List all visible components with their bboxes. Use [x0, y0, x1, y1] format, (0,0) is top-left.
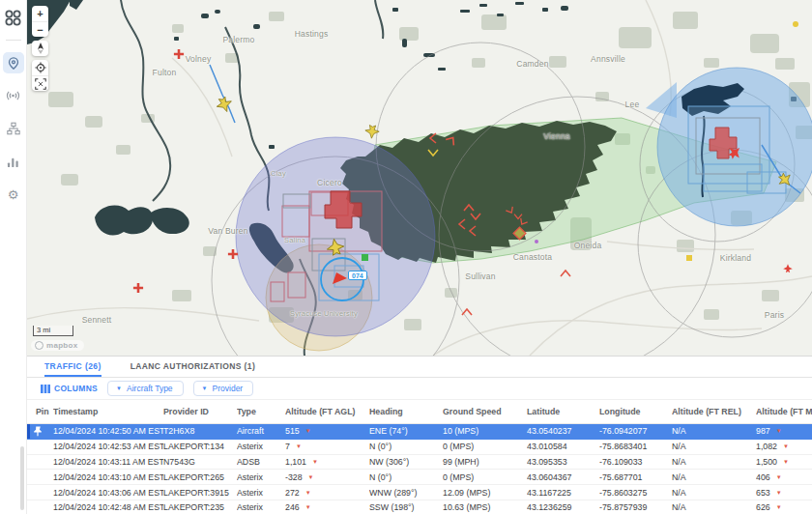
trend-down-icon: ▼	[312, 459, 318, 465]
traffic-panel: TRAFFIC (26) LAANC AUTHORIZATIONS (1) CO…	[27, 356, 812, 514]
sidebar-item-hierarchy[interactable]	[3, 118, 24, 139]
trend-down-icon: ▼	[308, 474, 314, 480]
columns-button[interactable]: COLUMNS	[41, 384, 98, 393]
column-header-provider-id[interactable]: Provider ID	[163, 407, 237, 416]
columns-icon	[41, 385, 50, 393]
column-header-ground-speed[interactable]: Ground Speed	[443, 407, 527, 416]
sidebar-item-map-pins[interactable]	[3, 52, 24, 73]
provider-id-cell: LAKEPORT:134	[163, 442, 237, 451]
sidebar-divider	[6, 40, 21, 41]
panel-tab-bar: TRAFFIC (26) LAANC AUTHORIZATIONS (1)	[27, 357, 812, 378]
timestamp-cell: 12/04/2024 10:42:53 AM EST	[53, 442, 163, 451]
zoom-out-button[interactable]: −	[32, 21, 48, 37]
type-cell: ADSB	[237, 457, 285, 467]
type-cell: Asterix	[237, 488, 285, 498]
column-header-heading[interactable]: Heading	[369, 407, 443, 416]
ground-speed-cell: 0 (MPS)	[443, 472, 527, 482]
settings-gear-icon: ⚙	[8, 187, 19, 202]
latitude-cell: 43.095353	[527, 457, 599, 467]
column-header-altitude-ft-msl[interactable]: Altitude (FT MSL)	[756, 407, 812, 416]
drone-detect-button[interactable]	[32, 75, 48, 91]
alt-msl-cell: 653▼	[756, 488, 812, 498]
track-altitude-chip[interactable]: 074	[348, 271, 367, 280]
alt-msl-cell: 626▼	[756, 502, 812, 512]
apps-logo-icon[interactable]	[5, 10, 21, 30]
trend-down-icon: ▼	[305, 490, 311, 496]
latitude-cell: 43.1167225	[527, 488, 599, 498]
column-header-longitude[interactable]: Longitude	[599, 407, 672, 416]
longitude-cell: -75.8757939	[599, 502, 672, 512]
sitemap-icon	[7, 122, 20, 135]
aircraft-type-filter[interactable]: ▼ Aircraft Type	[107, 381, 184, 396]
table-scrollbar[interactable]	[20, 446, 24, 510]
column-header-altitude-ft-agl[interactable]: Altitude (FT AGL)	[285, 407, 369, 416]
compass-button[interactable]	[32, 41, 48, 56]
traffic-monitoring-app: ⚙	[0, 0, 812, 514]
sidebar-item-analytics[interactable]	[3, 151, 24, 172]
mapbox-logo-icon	[35, 341, 44, 350]
latitude-cell: 43.010584	[527, 442, 599, 451]
pin-icon	[34, 426, 43, 437]
map-scale-bar: 3 mi	[33, 326, 73, 336]
column-header-latitude[interactable]: Latitude	[527, 407, 599, 416]
alt-agl-cell: 246▼	[285, 502, 369, 512]
map-canvas[interactable]: FultonVolneyPalermoHastingsCamdenAnnsvil…	[27, 0, 812, 356]
trend-down-icon: ▼	[776, 428, 782, 434]
timestamp-cell: 12/04/2024 10:43:11 AM EST	[53, 457, 163, 467]
mapbox-attribution[interactable]: mapbox	[31, 340, 84, 351]
tab-traffic[interactable]: TRAFFIC (26)	[44, 361, 102, 377]
bar-chart-icon	[7, 156, 19, 168]
column-header-altitude-ft-rel[interactable]: Altitude (FT REL)	[672, 407, 756, 416]
drone-detect-icon	[35, 78, 46, 90]
trend-down-icon: ▼	[783, 459, 789, 465]
column-header-pin[interactable]: Pin	[27, 407, 53, 416]
table-row[interactable]: 12/04/2024 10:43:10 AM ESTLAKEPORT:265As…	[27, 470, 812, 485]
trend-down-icon: ▼	[776, 490, 782, 496]
alt-rel-cell: N/A	[672, 488, 756, 498]
trend-down-icon: ▼	[296, 443, 302, 449]
chevron-down-icon: ▼	[116, 386, 122, 391]
alt-agl-cell: 515▼	[285, 426, 369, 436]
column-header-timestamp[interactable]: Timestamp	[53, 407, 163, 416]
table-header-row: PinTimestampProvider IDTypeAltitude (FT …	[27, 400, 812, 424]
heading-cell: ENE (74°)	[369, 426, 443, 436]
type-cell: Asterix	[237, 442, 285, 451]
timestamp-cell: 12/04/2024 10:42:48 AM EST	[53, 502, 163, 512]
sidebar-item-settings[interactable]: ⚙	[3, 184, 24, 205]
trend-down-icon: ▼	[776, 474, 782, 480]
longitude-cell: -75.8603275	[599, 488, 672, 498]
heading-cell: NW (306°)	[369, 457, 443, 467]
alt-msl-cell: 1,500▼	[756, 457, 812, 467]
ground-speed-cell: 10.63 (MPS)	[443, 502, 527, 512]
tab-laanc-authorizations[interactable]: LAANC AUTHORIZATIONS (1)	[130, 361, 256, 377]
ground-speed-cell: 0 (MPS)	[443, 442, 527, 451]
provider-id-cell: LAKEPORT:265	[163, 472, 237, 482]
longitude-cell: -75.8683401	[599, 442, 672, 451]
zoom-in-button[interactable]: +	[32, 6, 48, 21]
broadcast-icon	[6, 89, 20, 102]
geolocate-button[interactable]	[32, 60, 48, 75]
table-row[interactable]: 12/04/2024 10:42:53 AM ESTLAKEPORT:134As…	[27, 440, 812, 455]
trend-down-icon: ▼	[305, 504, 311, 510]
type-cell: Asterix	[237, 472, 285, 482]
provider-filter[interactable]: ▼ Provider	[193, 381, 254, 396]
table-row[interactable]: 12/04/2024 10:42:48 AM ESTLAKEPORT:235As…	[27, 500, 812, 514]
geolocate-icon	[35, 62, 46, 73]
alt-rel-cell: N/A	[672, 502, 756, 512]
alt-msl-cell: 987▼	[756, 426, 812, 436]
map-controls: + −	[32, 6, 48, 91]
heading-cell: WNW (289°)	[369, 488, 443, 498]
provider-id-cell: T2H6X8	[163, 426, 237, 436]
trend-down-icon: ▼	[783, 443, 789, 449]
timestamp-cell: 12/04/2024 10:43:06 AM EST	[53, 488, 163, 498]
table-row[interactable]: 12/04/2024 10:43:11 AM ESTN7543GADSB1,10…	[27, 455, 812, 471]
table-row[interactable]: 12/04/2024 10:42:50 AM ESTT2H6X8Aircraft…	[27, 424, 812, 440]
map-graphics	[27, 0, 812, 356]
location-pin-icon	[7, 56, 20, 71]
sidebar-item-broadcast[interactable]	[3, 85, 24, 106]
longitude-cell: -76.0942077	[599, 426, 672, 436]
column-header-type[interactable]: Type	[237, 407, 285, 416]
alt-agl-cell: -328▼	[285, 472, 369, 482]
table-row[interactable]: 12/04/2024 10:43:06 AM ESTLAKEPORT:3915A…	[27, 485, 812, 500]
left-sidebar: ⚙	[0, 0, 27, 514]
